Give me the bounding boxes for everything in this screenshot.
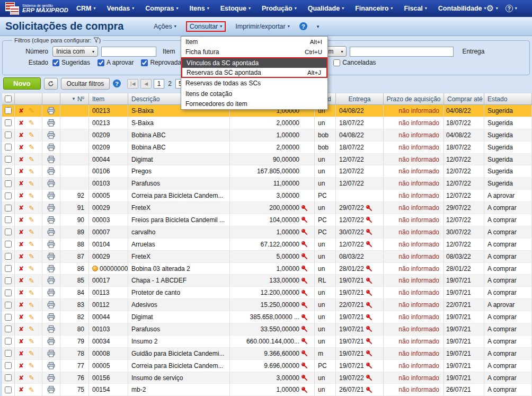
row-checkbox[interactable]: [5, 302, 12, 309]
edit-icon[interactable]: ✎: [29, 325, 34, 333]
edit-icon[interactable]: ✎: [29, 192, 34, 200]
edit-icon[interactable]: ✎: [29, 277, 34, 285]
estado-checkbox[interactable]: [52, 59, 59, 66]
menu-item-reservas-de-todas-as-scs[interactable]: Reservas de todas as SCs: [181, 78, 327, 89]
printer-icon[interactable]: [47, 131, 55, 139]
nav-item-estoque[interactable]: Estoque▾: [220, 5, 251, 12]
row-checkbox[interactable]: [5, 131, 12, 138]
edit-icon[interactable]: ✎: [29, 265, 34, 272]
printer-icon[interactable]: [47, 216, 55, 224]
printer-icon[interactable]: [47, 204, 55, 212]
edit-icon[interactable]: ✎: [29, 252, 34, 260]
delete-icon[interactable]: ✘: [19, 216, 24, 224]
app-logo[interactable]: Sistema de gestão ERP MAXIPROD: [5, 2, 73, 15]
printer-icon[interactable]: [47, 313, 55, 321]
edit-icon[interactable]: ✎: [29, 107, 34, 115]
printer-icon[interactable]: [47, 168, 55, 175]
row-checkbox[interactable]: [5, 241, 12, 248]
header-numero[interactable]: ▼Nº: [60, 93, 89, 105]
row-checkbox[interactable]: [5, 156, 12, 163]
delete-icon[interactable]: ✘: [19, 338, 24, 345]
delete-icon[interactable]: ✘: [19, 350, 24, 357]
item-description-input[interactable]: [350, 47, 454, 57]
printer-icon[interactable]: [47, 362, 55, 369]
delete-icon[interactable]: ✘: [19, 168, 24, 175]
row-checkbox[interactable]: [5, 325, 12, 332]
delete-icon[interactable]: ✘: [19, 289, 24, 296]
nav-item-fiscal[interactable]: Fiscal▾: [404, 5, 427, 12]
estado-filter-a-aprovar[interactable]: A aprovar: [97, 59, 134, 66]
delete-icon[interactable]: ✘: [19, 204, 24, 212]
edit-icon[interactable]: ✎: [29, 313, 34, 321]
row-checkbox[interactable]: [5, 350, 12, 357]
printer-icon[interactable]: [47, 325, 55, 333]
edit-icon[interactable]: ✎: [29, 143, 34, 151]
estado-checkbox[interactable]: [97, 59, 104, 66]
delete-icon[interactable]: ✘: [19, 119, 24, 127]
estado-filter-reprovadas[interactable]: Reprovadas: [141, 59, 184, 66]
delete-icon[interactable]: ✘: [19, 180, 24, 187]
printer-icon[interactable]: [47, 228, 55, 236]
consultar-menu-button[interactable]: Consultar ▾: [186, 21, 226, 32]
row-checkbox[interactable]: [5, 277, 12, 284]
page-2-link[interactable]: 2: [168, 80, 172, 87]
menu-item-ficha-futura[interactable]: Ficha futuraCtrl+U: [181, 47, 327, 58]
delete-icon[interactable]: ✘: [19, 362, 24, 369]
printer-icon[interactable]: [47, 119, 55, 127]
printer-icon[interactable]: [47, 289, 55, 296]
edit-icon[interactable]: ✎: [29, 301, 34, 309]
edit-icon[interactable]: ✎: [29, 131, 34, 139]
acoes-menu-button[interactable]: Ações ▾: [154, 23, 176, 30]
edit-icon[interactable]: ✎: [29, 289, 34, 297]
edit-icon[interactable]: ✎: [29, 240, 34, 248]
row-checkbox[interactable]: [5, 144, 12, 151]
nav-item-financeiro[interactable]: Financeiro▾: [355, 5, 393, 12]
row-checkbox[interactable]: [5, 192, 12, 199]
edit-icon[interactable]: ✎: [29, 228, 34, 236]
row-checkbox[interactable]: [5, 265, 12, 272]
delete-icon[interactable]: ✘: [19, 277, 24, 284]
row-checkbox[interactable]: [5, 362, 12, 369]
edit-icon[interactable]: ✎: [29, 168, 34, 175]
imprimir-exportar-menu-button[interactable]: Imprimir/exportar ▾: [235, 23, 289, 30]
row-checkbox[interactable]: [5, 205, 12, 212]
edit-icon[interactable]: ✎: [29, 119, 34, 127]
menu-item-v-nculos-da-sc-apontada[interactable]: Vínculos da SC apontada: [181, 57, 327, 68]
edit-icon[interactable]: ✎: [29, 362, 34, 369]
header-prazo-aquisicao[interactable]: Prazo de aquisição: [384, 93, 444, 105]
edit-icon[interactable]: ✎: [29, 386, 34, 394]
first-page-button[interactable]: |◀: [127, 79, 138, 89]
nav-item-itens[interactable]: Itens▾: [189, 5, 209, 12]
printer-icon[interactable]: [47, 277, 55, 284]
edit-icon[interactable]: ✎: [29, 180, 34, 188]
printer-icon[interactable]: [47, 301, 55, 309]
filters-legend[interactable]: Filtros (clique para configurar: ): [12, 37, 103, 43]
nav-item-crm[interactable]: CRM▾: [76, 5, 95, 12]
printer-icon[interactable]: [47, 144, 55, 151]
edit-icon[interactable]: ✎: [29, 374, 34, 382]
printer-icon[interactable]: [47, 350, 55, 357]
novo-button[interactable]: Novo: [3, 77, 41, 90]
header-comprar-ate[interactable]: Comprar até: [444, 93, 484, 105]
edit-icon[interactable]: ✎: [29, 155, 34, 163]
select-all-checkbox[interactable]: [5, 95, 12, 102]
nav-item-qualidade[interactable]: Qualidade▾: [308, 5, 344, 12]
delete-icon[interactable]: ✘: [19, 192, 24, 199]
delete-icon[interactable]: ✘: [19, 228, 24, 236]
nav-item-contabilidade[interactable]: Contabilidade▾: [438, 5, 486, 12]
printer-icon[interactable]: [47, 374, 55, 382]
printer-icon[interactable]: [47, 265, 55, 272]
delete-icon[interactable]: ✘: [19, 374, 24, 382]
row-checkbox[interactable]: [5, 289, 12, 296]
edit-icon[interactable]: ✎: [29, 204, 34, 212]
printer-icon[interactable]: [47, 241, 55, 248]
delete-icon[interactable]: ✘: [19, 156, 24, 163]
estado-filter-sugeridas[interactable]: Sugeridas: [52, 59, 90, 66]
estado-checkbox[interactable]: [333, 59, 340, 66]
row-checkbox[interactable]: [5, 168, 12, 175]
refresh-button[interactable]: [44, 78, 58, 90]
numero-filter-input[interactable]: [101, 47, 156, 57]
delete-icon[interactable]: ✘: [19, 386, 24, 393]
delete-icon[interactable]: ✘: [19, 313, 24, 321]
menu-item-itens-de-cota-o[interactable]: Itens de cotação: [181, 89, 327, 99]
